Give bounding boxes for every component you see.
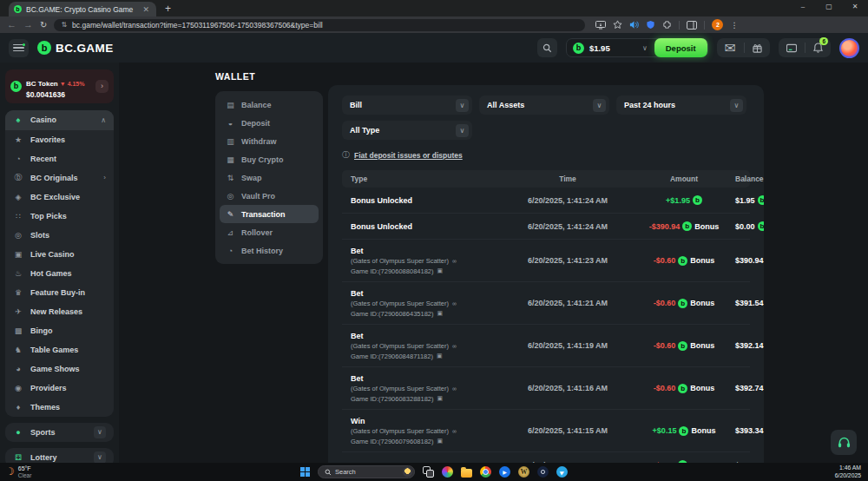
- tab-close-icon[interactable]: ✕: [141, 5, 151, 14]
- deposit-button[interactable]: Deposit: [654, 38, 707, 57]
- sidebar-item-recent[interactable]: ◔ Recent: [5, 149, 114, 168]
- tx-amount: -$0.60 b Bonus: [633, 384, 735, 393]
- wallet-item-swap[interactable]: ⇅ Swap: [220, 168, 319, 187]
- tx-balance: $0.00 b: [735, 221, 764, 231]
- bill-filter-dropdown[interactable]: Bill∨: [342, 96, 472, 115]
- game-link-icon[interactable]: ∞: [452, 385, 457, 392]
- browser-menu-icon[interactable]: ⋮: [730, 21, 738, 30]
- copy-icon[interactable]: ▣: [437, 438, 443, 445]
- wallet-item-rollover[interactable]: ⊿ Rollover: [220, 223, 319, 241]
- sidebar-item-new-releases[interactable]: ✈ New Releases: [5, 302, 114, 321]
- sidebar-item-bc-exclusive[interactable]: ◈ BC Exclusive: [5, 188, 114, 207]
- sidebar-item-providers[interactable]: ◉ Providers: [5, 379, 114, 398]
- sidebar-item-sports[interactable]: ● Sports ∨: [5, 423, 114, 442]
- taskbar-weather-widget[interactable]: ☽ 65°F Clear: [0, 465, 31, 479]
- task-view-button[interactable]: [423, 466, 434, 478]
- wallet-item-withdraw[interactable]: ▥ Withdraw: [220, 132, 319, 150]
- token-expand-button[interactable]: ›: [95, 80, 108, 93]
- wallet-item-transaction[interactable]: ✎ Transaction: [220, 205, 319, 223]
- table-row: Win (Gates of Olympus Super Scatter)∞ Ga…: [342, 410, 750, 452]
- casino-sidebar: b BC Token▼ 4.15% $0.0041636 › ♠ Casino …: [0, 63, 119, 463]
- top-picks-icon: ∷: [13, 212, 23, 221]
- wallet-item-vault-pro[interactable]: ◎ Vault Pro: [220, 187, 319, 205]
- sidebar-item-hot-games[interactable]: ♨ Hot Games: [5, 264, 114, 283]
- copy-icon[interactable]: ▣: [437, 353, 443, 359]
- sidebar-item-top-picks[interactable]: ∷ Top Picks: [5, 207, 114, 226]
- taskbar-clock[interactable]: 1:46 AM 6/20/2025: [835, 465, 868, 480]
- copy-icon[interactable]: ▣: [437, 310, 443, 317]
- bingo-icon: ▩: [13, 326, 23, 335]
- browser-profile-avatar[interactable]: 2: [712, 19, 723, 30]
- game-link-icon[interactable]: ∞: [452, 343, 457, 349]
- notification-dot: [23, 43, 25, 46]
- window-close-button[interactable]: ✕: [842, 0, 868, 13]
- sidebar-item-bc-originals[interactable]: ⓑ BC Originals ›: [5, 168, 114, 188]
- side-panel-icon[interactable]: [687, 21, 697, 30]
- bcgame-logo[interactable]: b BC.GAME: [37, 41, 114, 55]
- file-explorer-icon[interactable]: [461, 469, 472, 478]
- bookmark-star-icon[interactable]: [613, 20, 622, 30]
- sidebar-item-game-shows[interactable]: ◕ Game Shows: [5, 359, 114, 379]
- chrome-icon[interactable]: [480, 466, 491, 478]
- wallet-balance-dropdown[interactable]: b $1.95 ∨ Deposit: [566, 38, 708, 57]
- bonus-tag: Bonus: [690, 341, 714, 350]
- sidebar-item-slots[interactable]: ◎ Slots: [5, 226, 114, 245]
- window-maximize-button[interactable]: ▢: [816, 0, 842, 13]
- back-icon[interactable]: ←: [7, 20, 16, 30]
- tx-balance: $390.94 b: [735, 256, 764, 266]
- taskbar-search-box[interactable]: Search: [318, 465, 415, 478]
- hamburger-menu-button[interactable]: [9, 39, 29, 57]
- sidebar-item-table-games[interactable]: ♞ Table Games: [5, 340, 114, 359]
- copy-icon[interactable]: ▣: [437, 267, 443, 274]
- steam-icon[interactable]: [537, 466, 549, 478]
- refresh-icon[interactable]: ↻: [40, 21, 47, 30]
- bc-token-card[interactable]: b BC Token▼ 4.15% $0.0041636 ›: [5, 69, 114, 103]
- tx-time: 6/20/2025, 1:41:21 AM: [503, 299, 633, 307]
- game-link-icon[interactable]: ∞: [452, 428, 457, 434]
- wallet-item-buy-crypto[interactable]: ▦ Buy Crypto: [220, 150, 319, 168]
- tx-time: 6/20/2025, 1:41:23 AM: [503, 256, 633, 265]
- site-settings-icon[interactable]: ⇅: [61, 21, 67, 29]
- sidebar-item-favorites[interactable]: ★ Favorites: [5, 130, 114, 149]
- fiat-disputes-link[interactable]: Fiat deposit issues or disputes: [354, 151, 463, 160]
- window-minimize-button[interactable]: –: [790, 0, 816, 13]
- photos-app-icon[interactable]: [442, 466, 453, 478]
- volume-extension-icon[interactable]: [629, 20, 639, 30]
- shield-extension-icon[interactable]: [646, 20, 655, 30]
- forward-icon[interactable]: →: [23, 20, 33, 30]
- send-to-device-icon[interactable]: [595, 21, 606, 30]
- period-filter-dropdown[interactable]: Past 24 hours∨: [616, 96, 746, 115]
- copy-icon[interactable]: ▣: [437, 395, 443, 402]
- moon-weather-icon: ☽: [5, 465, 15, 478]
- sidebar-item-bingo[interactable]: ▩ Bingo: [5, 321, 114, 340]
- sidebar-item-feature-buy-in[interactable]: ♛ Feature Buy-in: [5, 283, 114, 302]
- table-row: Bet (Gates of Olympus Super Scatter)∞ Ga…: [342, 325, 750, 367]
- address-bar[interactable]: ⇅ bc.game/wallet/transaction?time=175031…: [54, 19, 585, 31]
- gift-icon[interactable]: [753, 43, 762, 53]
- messages-icon[interactable]: ✉: [725, 40, 736, 56]
- media-app-icon[interactable]: ▶: [499, 466, 510, 478]
- sidebar-item-lottery[interactable]: ⚃ Lottery ∨: [5, 448, 114, 463]
- wallet-item-bet-history[interactable]: ◔ Bet History: [220, 241, 319, 260]
- new-tab-button[interactable]: +: [165, 3, 171, 15]
- page-content: b BC Token▼ 4.15% $0.0041636 › ♠ Casino …: [0, 63, 868, 463]
- telegram-icon[interactable]: ▶: [556, 466, 568, 478]
- browser-tab[interactable]: b BC.GAME: Crypto Casino Game ✕: [9, 2, 156, 16]
- sidebar-item-casino[interactable]: ♠ Casino ∧: [5, 110, 114, 130]
- game-link-icon[interactable]: ∞: [452, 300, 457, 306]
- support-button[interactable]: [831, 430, 857, 455]
- sidebar-item-live-casino[interactable]: ▣ Live Casino: [5, 245, 114, 264]
- extensions-puzzle-icon[interactable]: [662, 20, 672, 30]
- sidebar-item-themes[interactable]: ♦ Themes: [5, 398, 114, 417]
- chevron-up-icon: ∧: [101, 116, 106, 124]
- wow-app-icon[interactable]: W: [518, 466, 529, 478]
- start-button[interactable]: [300, 467, 310, 477]
- assets-filter-dropdown[interactable]: All Assets∨: [479, 96, 609, 115]
- search-button[interactable]: [537, 38, 557, 57]
- vip-card-icon[interactable]: [786, 43, 797, 53]
- game-link-icon[interactable]: ∞: [452, 258, 457, 264]
- type-filter-dropdown[interactable]: All Type∨: [342, 121, 472, 140]
- wallet-item-balance[interactable]: ▤ Balance: [220, 96, 319, 114]
- wallet-item-deposit[interactable]: ◒ Deposit: [220, 114, 319, 132]
- user-avatar[interactable]: [839, 38, 859, 58]
